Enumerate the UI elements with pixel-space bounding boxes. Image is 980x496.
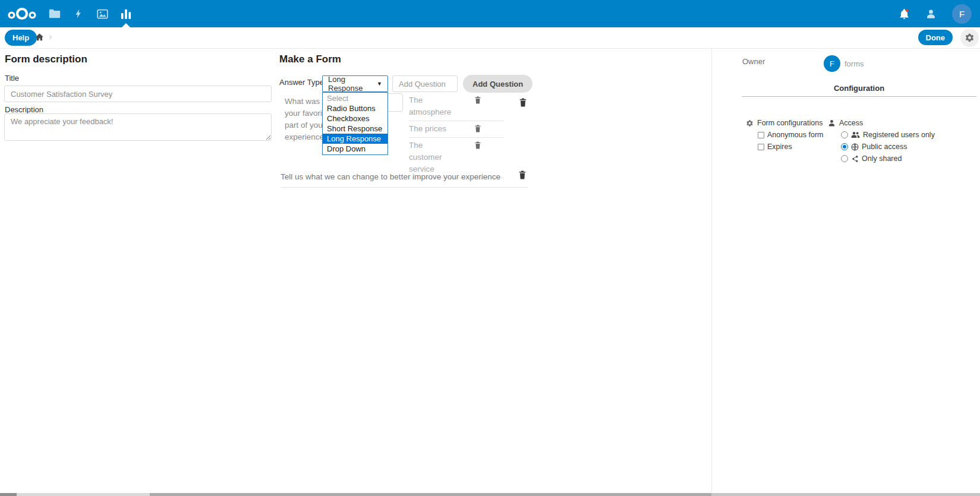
notifications-button[interactable] <box>899 8 910 20</box>
trash-icon <box>518 170 527 179</box>
breadcrumb-toolbar: Help › Done <box>0 27 980 49</box>
person-icon <box>828 119 836 127</box>
form-configurations-section: Form configurations Anonymous form Expir… <box>746 117 828 153</box>
answer-list: The atmosphere The prices The customer s… <box>409 93 504 178</box>
owner-label: Owner <box>742 57 765 66</box>
dropdown-option-long-response[interactable]: Long Response <box>323 134 387 144</box>
contacts-button[interactable] <box>925 8 937 20</box>
header-right-actions: F <box>899 0 972 27</box>
answer-text: The prices <box>409 123 452 135</box>
only-shared-radio[interactable] <box>841 155 848 162</box>
make-a-form-heading: Make a Form <box>279 53 341 65</box>
help-button[interactable]: Help <box>5 30 37 46</box>
horizontal-scrollbar-thumb[interactable] <box>0 493 17 496</box>
trash-icon <box>474 141 481 149</box>
bell-icon <box>899 8 910 20</box>
access-header: Access <box>828 117 947 129</box>
question-row: Tell us what we can change to better imp… <box>281 168 528 188</box>
dropdown-option-short-response[interactable]: Short Response <box>323 124 387 134</box>
public-access-radio[interactable] <box>841 143 848 150</box>
configuration-divider <box>742 96 976 97</box>
home-icon[interactable] <box>35 33 44 44</box>
answer-type-dropdown-menu: Select Radio Buttons Checkboxes Short Re… <box>322 92 388 155</box>
form-configurations-label: Form configurations <box>757 119 823 127</box>
bar-chart-icon <box>121 8 131 20</box>
anonymous-form-label: Anonymous form <box>767 131 823 139</box>
horizontal-scrollbar-segment <box>711 493 980 496</box>
nav-activity[interactable] <box>67 0 90 27</box>
only-shared-option[interactable]: Only shared <box>841 153 947 165</box>
owner-name: forms <box>844 59 864 68</box>
delete-question-button[interactable] <box>519 98 527 107</box>
horizontal-scrollbar-track <box>17 493 150 496</box>
title-input[interactable] <box>4 86 272 102</box>
settings-button[interactable] <box>960 29 979 47</box>
user-avatar[interactable]: F <box>952 4 972 24</box>
expires-label: Expires <box>767 143 792 151</box>
nav-forms[interactable] <box>114 0 138 27</box>
nav-files[interactable] <box>43 0 67 27</box>
gear-icon <box>746 119 754 127</box>
chevron-down-icon: ▼ <box>377 81 382 87</box>
form-configurations-header: Form configurations <box>746 117 828 129</box>
horizontal-scrollbar-segment <box>150 493 711 496</box>
dropdown-option-drop-down[interactable]: Drop Down <box>323 144 387 154</box>
add-question-input[interactable] <box>392 75 458 92</box>
app-navigation <box>43 0 138 27</box>
answer-text: The atmosphere <box>409 94 452 118</box>
expires-option[interactable]: Expires <box>758 141 828 153</box>
forms-app-page: F Help › Done Form description Title Des… <box>0 0 980 496</box>
anonymous-form-option[interactable]: Anonymous form <box>758 129 828 141</box>
delete-question-button[interactable] <box>518 170 527 179</box>
access-label: Access <box>839 119 863 127</box>
answer-row: The atmosphere <box>409 93 504 121</box>
registered-users-label: Registered users only <box>863 131 935 139</box>
dropdown-option-radio-buttons[interactable]: Radio Buttons <box>323 103 387 113</box>
trash-icon <box>474 96 481 104</box>
settings-sidebar: Owner F forms Configuration Form configu… <box>711 49 980 496</box>
dropdown-option-checkboxes[interactable]: Checkboxes <box>323 113 387 124</box>
trash-icon <box>519 98 527 107</box>
delete-answer-button[interactable] <box>474 96 481 104</box>
contacts-icon <box>925 8 937 20</box>
title-label: Title <box>5 74 19 83</box>
answer-row: The prices <box>409 121 504 138</box>
done-button[interactable]: Done <box>918 30 953 45</box>
share-icon <box>851 155 859 163</box>
form-description-heading: Form description <box>5 53 87 65</box>
delete-answer-button[interactable] <box>474 141 481 149</box>
notification-dot <box>906 9 909 12</box>
expires-checkbox[interactable] <box>758 144 764 150</box>
public-access-label: Public access <box>862 143 907 151</box>
users-icon <box>851 131 860 138</box>
configuration-heading: Configuration <box>742 84 976 93</box>
description-textarea[interactable]: We appreciate your feedback! <box>4 113 272 141</box>
lightning-icon <box>73 8 84 20</box>
delete-answer-button[interactable] <box>474 125 481 132</box>
photos-icon <box>96 8 109 20</box>
answer-type-select[interactable]: Long Response ▼ <box>322 75 388 92</box>
breadcrumb-chevron-icon: › <box>49 31 52 43</box>
registered-users-radio[interactable] <box>841 131 848 138</box>
gear-icon <box>965 33 975 43</box>
registered-users-option[interactable]: Registered users only <box>841 129 947 141</box>
answer-type-selected-value: Long Response <box>328 75 377 93</box>
access-section: Access Registered users only <box>828 117 947 165</box>
nextcloud-logo[interactable] <box>7 6 37 21</box>
owner-avatar: F <box>824 55 840 72</box>
only-shared-label: Only shared <box>862 154 902 163</box>
answer-type-label: Answer Type: <box>279 78 326 87</box>
trash-icon <box>474 125 481 132</box>
nav-photos[interactable] <box>90 0 114 27</box>
anonymous-form-checkbox[interactable] <box>758 132 764 138</box>
add-question-button[interactable]: Add Question <box>463 75 532 93</box>
globe-icon <box>851 143 859 151</box>
description-label: Description <box>5 105 43 114</box>
folder-icon <box>48 7 61 20</box>
top-header-bar: F <box>0 0 980 27</box>
dropdown-option-select[interactable]: Select <box>323 93 387 103</box>
public-access-option[interactable]: Public access <box>841 141 947 153</box>
question-text: Tell us what we can change to better imp… <box>281 172 500 181</box>
